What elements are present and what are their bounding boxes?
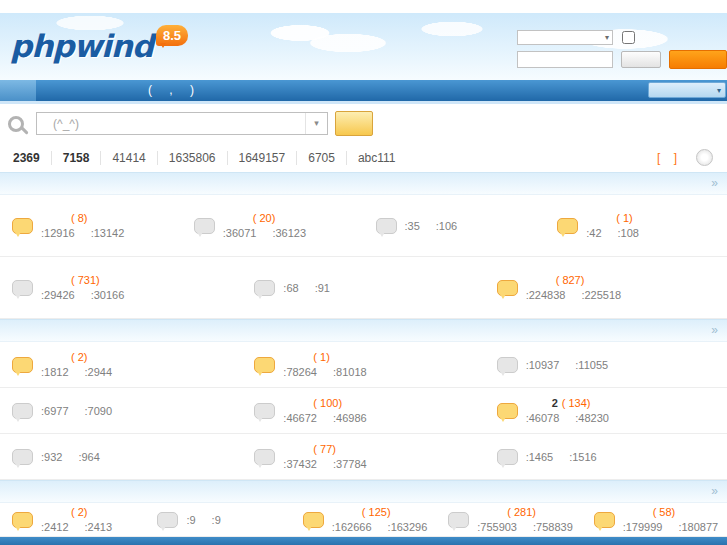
forum-title-line: ( 58) <box>623 506 719 519</box>
forum-bubble-icon <box>157 512 178 528</box>
forum-bubble-icon <box>12 357 33 373</box>
forum-title-line: ( 1) <box>283 351 366 364</box>
topics-count: :224838 <box>526 289 566 301</box>
forum-item[interactable]: ( 2):2412:2413 <box>0 503 145 536</box>
forum-bubble-icon <box>594 512 615 528</box>
today-count: ( 125) <box>362 506 391 518</box>
remember-checkbox[interactable] <box>622 31 635 44</box>
topics-count: :46672 <box>283 412 317 424</box>
login-button[interactable] <box>621 51 661 68</box>
forum-bubble-icon <box>254 357 275 373</box>
login-row-2 <box>517 50 727 69</box>
category-header[interactable]: » <box>0 319 727 342</box>
forum-title-line: ( 8) <box>41 212 124 225</box>
forum-title-line: 2( 134) <box>526 397 609 410</box>
forum-title-line: ( 125) <box>332 506 428 519</box>
forum-item[interactable]: ( 281):755903:758839 <box>436 503 581 536</box>
forum-item[interactable]: :1465:1516 <box>485 434 727 479</box>
forum-item[interactable]: :10937:11055 <box>485 342 727 387</box>
forum-item[interactable]: :35:106 <box>364 195 546 256</box>
register-button[interactable] <box>669 50 727 69</box>
posts-count: :48230 <box>575 412 609 424</box>
username-input[interactable] <box>517 51 613 68</box>
topics-count: :162666 <box>332 521 372 533</box>
nav-item[interactable]: ( , ) <box>148 80 201 101</box>
more-link[interactable]: [ ] <box>657 151 682 165</box>
today-count: ( 281) <box>507 506 536 518</box>
app-badge-icon[interactable] <box>696 149 713 166</box>
search-button[interactable] <box>335 111 373 136</box>
site-header: phpwind 8.5 ▾ <box>0 13 727 80</box>
posts-count: :36123 <box>272 227 306 239</box>
topics-count: :35 <box>405 220 420 232</box>
forum-item[interactable]: :932:964 <box>0 434 242 479</box>
forum-counts: :932:964 <box>41 451 100 464</box>
forum-item[interactable]: 2( 134):46078:48230 <box>485 388 727 433</box>
forum-item[interactable]: ( 77):37432:37784 <box>242 434 484 479</box>
forum-title-line: ( 1) <box>586 212 639 225</box>
forum-item[interactable]: ( 8):12916:13142 <box>0 195 182 256</box>
today-count: ( 100) <box>313 397 342 409</box>
page: phpwind 8.5 ▾ ( , ) ▾ <box>0 0 727 545</box>
collapse-icon[interactable]: » <box>711 323 718 337</box>
category-header[interactable]: » <box>0 480 727 503</box>
forum-counts: :36071:36123 <box>223 227 306 240</box>
version-badge: 8.5 <box>156 25 188 46</box>
forum-item-text: :10937:11055 <box>526 357 608 372</box>
posts-count: :37784 <box>333 458 367 470</box>
collapse-icon[interactable]: » <box>711 176 718 190</box>
posts-count: :91 <box>315 282 330 294</box>
forum-counts: :78264:81018 <box>283 366 366 379</box>
forum-item[interactable]: :68:91 <box>242 257 484 318</box>
forum-counts: :29426:30166 <box>41 289 124 302</box>
chevron-down-icon: ▾ <box>605 33 609 42</box>
forum-item[interactable]: :9:9 <box>145 503 290 536</box>
forum-item-text: :1465:1516 <box>526 449 597 464</box>
topics-count: :2412 <box>41 521 69 533</box>
nav-tab-home[interactable] <box>0 80 36 101</box>
forum-bubble-icon <box>497 403 518 419</box>
forum-bubble-icon <box>254 403 275 419</box>
forum-item[interactable]: ( 827):224838:225518 <box>485 257 727 318</box>
forum-title-line: ( 2) <box>41 351 112 364</box>
forum-counts: :162666:163296 <box>332 521 428 534</box>
forum-item[interactable]: ( 20):36071:36123 <box>182 195 364 256</box>
forum-counts: :46078:48230 <box>526 412 609 425</box>
forum-item[interactable]: ( 1):42:108 <box>545 195 727 256</box>
collapse-icon[interactable]: » <box>711 484 718 498</box>
forum-item-text: :68:91 <box>283 280 330 295</box>
forum-item[interactable]: :6977:7090 <box>0 388 242 433</box>
forum-item[interactable]: ( 2):1812:2944 <box>0 342 242 387</box>
chevron-down-icon[interactable]: ▾ <box>305 113 327 134</box>
search-input[interactable] <box>37 117 305 131</box>
top-strip <box>0 0 727 13</box>
posts-count: :108 <box>618 227 639 239</box>
category-header[interactable]: » <box>0 172 727 195</box>
today-count: ( 2) <box>71 351 88 363</box>
forum-row: ( 731):29426:30166 :68:91 ( 827):224838:… <box>0 257 727 319</box>
forum-title-line: ( 20) <box>223 212 306 225</box>
today-count: ( 134) <box>562 397 591 409</box>
forum-item-text: ( 2):2412:2413 <box>41 506 112 534</box>
chevron-down-icon: ▾ <box>717 86 721 95</box>
posts-count: :180877 <box>678 521 718 533</box>
forum-item-text: ( 1):78264:81018 <box>283 351 366 379</box>
forum-title-line: ( 77) <box>283 443 366 456</box>
posts-count: :758839 <box>533 521 573 533</box>
newest-member-link[interactable]: abc111 <box>346 151 407 165</box>
forum-category: » ( 2):1812:2944 ( 1):78264:81018 :10937… <box>0 319 727 480</box>
nav-dropdown[interactable]: ▾ <box>648 82 726 98</box>
forum-item[interactable]: ( 58):179999:180877 <box>582 503 727 536</box>
forum-item-text: ( 281):755903:758839 <box>477 506 573 534</box>
logo[interactable]: phpwind 8.5 <box>10 27 188 65</box>
forum-item[interactable]: ( 125):162666:163296 <box>291 503 436 536</box>
posts-count: :46986 <box>333 412 367 424</box>
posts-count: :225518 <box>581 289 621 301</box>
forum-item[interactable]: ( 731):29426:30166 <box>0 257 242 318</box>
forum-item[interactable]: ( 100):46672:46986 <box>242 388 484 433</box>
forum-bubble-icon <box>254 280 275 296</box>
category-rows: ( 2):2412:2413 :9:9 ( 125):162666:163296… <box>0 503 727 537</box>
style-select[interactable]: ▾ <box>517 30 613 45</box>
posts-count: :13142 <box>91 227 125 239</box>
forum-item[interactable]: ( 1):78264:81018 <box>242 342 484 387</box>
